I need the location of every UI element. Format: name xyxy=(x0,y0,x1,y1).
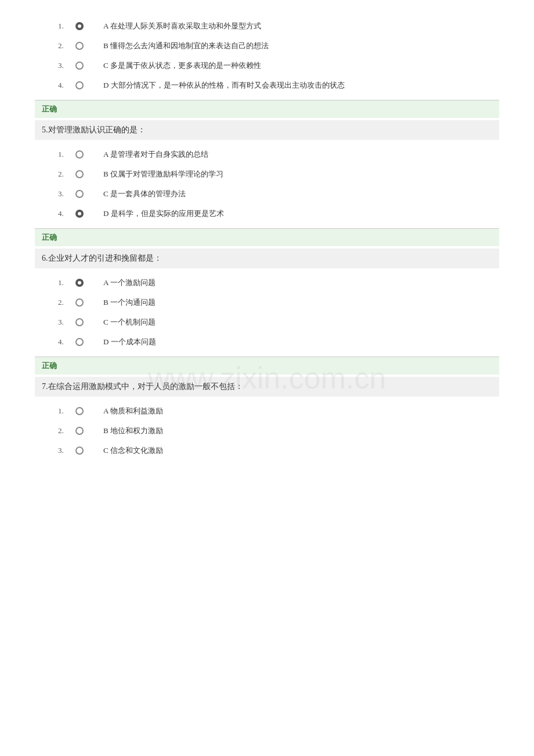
radio-wrap[interactable] xyxy=(75,210,99,218)
correct-label: 正确 xyxy=(42,105,57,113)
option-text: A 物质和利益激励 xyxy=(103,406,163,416)
radio-button[interactable] xyxy=(75,210,84,218)
option-text: B 一个沟通问题 xyxy=(103,297,156,308)
option-text: D 是科学，但是实际的应用更是艺术 xyxy=(103,208,224,219)
option-text: C 一个机制问题 xyxy=(103,317,156,327)
option-row: 1.A 一个激励问题 xyxy=(35,278,499,288)
radio-button[interactable] xyxy=(75,447,84,455)
option-text: D 一个成本问题 xyxy=(103,337,156,347)
correct-bar: 正确 xyxy=(35,357,499,375)
question-title: 7.在综合运用激励模式中，对于人员的激励一般不包括： xyxy=(42,382,243,391)
correct-label: 正确 xyxy=(42,361,57,370)
radio-button[interactable] xyxy=(75,338,84,346)
radio-wrap[interactable] xyxy=(75,150,99,159)
option-number: 4. xyxy=(58,337,75,347)
option-number: 2. xyxy=(58,170,75,179)
radio-button[interactable] xyxy=(75,190,84,198)
correct-bar: 正确 xyxy=(35,228,499,246)
question-title-bar: 5.对管理激励认识正确的是： xyxy=(35,120,499,140)
radio-button[interactable] xyxy=(75,318,84,326)
option-text: A 在处理人际关系时喜欢采取主动和外显型方式 xyxy=(103,21,261,31)
option-row: 3.C 信念和文化激励 xyxy=(35,445,499,456)
radio-wrap[interactable] xyxy=(75,190,99,198)
correct-bar: 正确 xyxy=(35,100,499,118)
option-number: 1. xyxy=(58,21,75,31)
option-text: A 一个激励问题 xyxy=(103,278,156,288)
option-text: B 懂得怎么去沟通和因地制宜的来表达自己的想法 xyxy=(103,41,269,51)
question-title: 5.对管理激励认识正确的是： xyxy=(42,125,146,134)
options-group-2: 1.A 一个激励问题2.B 一个沟通问题3.C 一个机制问题4.D 一个成本问题 xyxy=(35,278,499,347)
option-row: 2.B 一个沟通问题 xyxy=(35,297,499,308)
radio-wrap[interactable] xyxy=(75,81,99,89)
option-row: 3.C 多是属于依从状态，更多表现的是一种依赖性 xyxy=(35,60,499,71)
radio-wrap[interactable] xyxy=(75,318,99,326)
radio-button[interactable] xyxy=(75,170,84,178)
option-row: 2.B 懂得怎么去沟通和因地制宜的来表达自己的想法 xyxy=(35,41,499,51)
radio-button[interactable] xyxy=(75,407,84,415)
option-text: B 仅属于对管理激励科学理论的学习 xyxy=(103,169,223,179)
option-number: 1. xyxy=(58,278,75,287)
radio-button[interactable] xyxy=(75,298,84,307)
radio-button[interactable] xyxy=(75,42,84,50)
radio-wrap[interactable] xyxy=(75,170,99,178)
radio-button[interactable] xyxy=(75,150,84,159)
option-number: 3. xyxy=(58,189,75,199)
options-group-1: 1.A 是管理者对于自身实践的总结2.B 仅属于对管理激励科学理论的学习3.C … xyxy=(35,149,499,219)
options-group-3: 1.A 物质和利益激励2.B 地位和权力激励3.C 信念和文化激励 xyxy=(35,406,499,456)
radio-button[interactable] xyxy=(75,81,84,89)
option-text: A 是管理者对于自身实践的总结 xyxy=(103,149,208,160)
radio-wrap[interactable] xyxy=(75,298,99,307)
option-row: 2.B 仅属于对管理激励科学理论的学习 xyxy=(35,169,499,179)
option-row: 4.D 一个成本问题 xyxy=(35,337,499,347)
radio-wrap[interactable] xyxy=(75,22,99,30)
option-number: 3. xyxy=(58,318,75,327)
option-row: 3.C 一个机制问题 xyxy=(35,317,499,327)
radio-wrap[interactable] xyxy=(75,42,99,50)
radio-button[interactable] xyxy=(75,22,84,30)
radio-wrap[interactable] xyxy=(75,279,99,287)
option-number: 3. xyxy=(58,61,75,70)
radio-wrap[interactable] xyxy=(75,427,99,435)
option-number: 1. xyxy=(58,406,75,416)
option-row: 4.D 是科学，但是实际的应用更是艺术 xyxy=(35,208,499,219)
option-text: B 地位和权力激励 xyxy=(103,426,163,436)
radio-button[interactable] xyxy=(75,427,84,435)
option-number: 4. xyxy=(58,209,75,218)
radio-button[interactable] xyxy=(75,279,84,287)
correct-label: 正确 xyxy=(42,233,57,242)
option-number: 4. xyxy=(58,81,75,90)
option-number: 2. xyxy=(58,41,75,51)
option-number: 2. xyxy=(58,426,75,435)
question-title-bar: 6.企业对人才的引进和挽留都是： xyxy=(35,249,499,268)
question-title-bar: 7.在综合运用激励模式中，对于人员的激励一般不包括： xyxy=(35,377,499,397)
option-row: 3.C 是一套具体的管理办法 xyxy=(35,189,499,199)
radio-button[interactable] xyxy=(75,62,84,70)
question-title: 6.企业对人才的引进和挽留都是： xyxy=(42,254,162,262)
radio-wrap[interactable] xyxy=(75,62,99,70)
option-number: 3. xyxy=(58,446,75,455)
option-row: 1.A 是管理者对于自身实践的总结 xyxy=(35,149,499,160)
option-row: 1.A 在处理人际关系时喜欢采取主动和外显型方式 xyxy=(35,21,499,31)
option-number: 1. xyxy=(58,150,75,159)
radio-wrap[interactable] xyxy=(75,338,99,346)
option-row: 1.A 物质和利益激励 xyxy=(35,406,499,416)
option-number: 2. xyxy=(58,298,75,307)
option-text: C 是一套具体的管理办法 xyxy=(103,189,186,199)
option-text: C 信念和文化激励 xyxy=(103,445,163,456)
option-text: D 大部分情况下，是一种依从的性格，而有时又会表现出主动攻击的状态 xyxy=(103,80,345,91)
option-row: 4.D 大部分情况下，是一种依从的性格，而有时又会表现出主动攻击的状态 xyxy=(35,80,499,91)
radio-wrap[interactable] xyxy=(75,407,99,415)
radio-wrap[interactable] xyxy=(75,447,99,455)
option-text: C 多是属于依从状态，更多表现的是一种依赖性 xyxy=(103,60,261,71)
options-group-0: 1.A 在处理人际关系时喜欢采取主动和外显型方式2.B 懂得怎么去沟通和因地制宜… xyxy=(35,21,499,91)
option-row: 2.B 地位和权力激励 xyxy=(35,426,499,436)
